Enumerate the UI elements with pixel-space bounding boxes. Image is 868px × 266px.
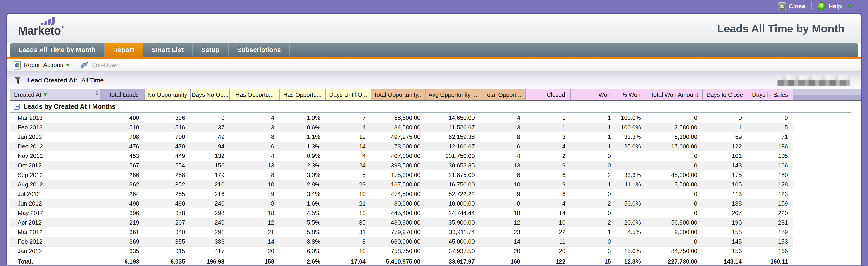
table-cell: 266: [100, 171, 145, 179]
table-cell: 84,750.00: [646, 248, 703, 255]
tab-report[interactable]: Report: [104, 43, 143, 57]
table-cell: 4: [480, 153, 526, 160]
table-cell: 220: [747, 210, 793, 217]
topbar-separator: [772, 2, 772, 10]
table-cell: 5: [747, 124, 793, 131]
table-cell: 4.5%: [280, 210, 326, 217]
table-cell: 398,500.00: [371, 162, 426, 169]
table-cell: 2: [571, 171, 616, 179]
table-cell: 20: [480, 248, 526, 255]
table-cell: 497,275.00: [371, 133, 426, 140]
help-button[interactable]: ? Help: [817, 2, 842, 10]
table-row-feb-2013: Feb 20135195163730.6%434,580.0011,526.67…: [9, 123, 793, 132]
table-cell: 59: [703, 133, 747, 140]
column-header-no-opportunity[interactable]: No Opportunity: [145, 89, 190, 100]
active-tab-accent-strip: [7, 57, 861, 59]
report-actions-button[interactable]: Report Actions: [13, 61, 70, 70]
table-cell: 3: [526, 133, 571, 140]
help-dropdown-icon[interactable]: [848, 4, 852, 8]
column-header-days-until-o[interactable]: Days Until O...: [326, 89, 371, 100]
table-cell: 24,744.44: [426, 210, 480, 217]
close-button[interactable]: × Close: [778, 2, 806, 10]
column-header-total-leads[interactable]: Total Leads: [100, 89, 145, 100]
column-header-label: Has Opportu...: [283, 91, 321, 98]
table-cell: 10: [480, 181, 526, 188]
column-header-has-opportu[interactable]: Has Opportu...: [280, 89, 326, 100]
table-row-mar-2013: Mar 2013400396941.0%758,600.0014,650.004…: [9, 113, 793, 123]
table-cell: 9: [230, 190, 280, 197]
column-header-total-opportunity[interactable]: Total Opportunity...: [371, 89, 426, 100]
table-cell: 630,000.00: [371, 238, 426, 245]
row-label: Sep 2012: [9, 171, 100, 179]
table-cell: 33.3%: [616, 171, 646, 179]
table-cell: 9: [480, 190, 526, 197]
table-cell: 1.6%: [280, 200, 326, 207]
column-header-label: Total Leads: [108, 91, 139, 98]
column-header-label: Total Opport...: [484, 91, 521, 98]
table-cell: 0: [646, 210, 703, 217]
column-header-created-at[interactable]: Created At: [9, 89, 100, 100]
filter-bar: Lead Created At: All Time: [7, 72, 861, 89]
drill-down-button[interactable]: Drill-Down: [80, 62, 120, 69]
table-cell: 8: [230, 133, 280, 140]
table-cell: 1: [571, 229, 616, 236]
column-header-total-won-amount[interactable]: Total Won Amount: [646, 89, 703, 100]
column-header-label: Days in Sales: [752, 91, 788, 98]
table-row-aug-2012: Aug 2012362352210102.8%23167,500.0016,75…: [9, 180, 793, 189]
table-cell: 10: [326, 190, 371, 197]
tab-smart-list[interactable]: Smart List: [143, 43, 192, 57]
table-cell: 9: [526, 181, 571, 188]
table-cell: 8: [326, 238, 371, 245]
column-header-label: Has Opportu...: [235, 91, 274, 98]
column-header-has-opportu[interactable]: Has Opportu...: [230, 89, 280, 100]
table-cell: 445,400.00: [371, 210, 426, 217]
table-cell: 18: [230, 210, 280, 217]
sort-descending-icon: [44, 94, 47, 96]
table-cell: 0: [703, 114, 747, 122]
column-header-closed[interactable]: Closed: [526, 89, 571, 100]
table-cell: 400: [100, 114, 145, 122]
table-cell: 207: [145, 219, 190, 226]
table-cell: 94: [190, 143, 230, 150]
table-cell: 33,817.97: [426, 258, 480, 265]
table-cell: 143.14: [703, 258, 747, 265]
column-header-won[interactable]: % Won: [616, 89, 646, 100]
tab-setup[interactable]: Setup: [192, 43, 228, 57]
table-cell: 17,000.00: [646, 143, 703, 150]
table-cell: 45,000.00: [646, 171, 703, 179]
table-cell: 13: [480, 162, 526, 169]
column-header-days-to-close[interactable]: Days to Close: [703, 89, 747, 100]
column-header-won[interactable]: Won: [571, 89, 616, 100]
close-icon: ×: [778, 2, 786, 10]
table-cell: 15: [571, 258, 616, 265]
column-header-days-in-sales[interactable]: Days in Sales: [747, 89, 793, 100]
column-grip-icon[interactable]: [95, 90, 98, 97]
tab-subscriptions[interactable]: Subscriptions: [228, 43, 290, 57]
table-cell: 4: [326, 153, 371, 160]
table-cell: 490: [145, 200, 190, 207]
table-cell: 159: [747, 200, 793, 207]
table-cell: 15.0%: [616, 248, 646, 255]
table-cell: 166: [747, 162, 793, 169]
table-cell: 101: [703, 153, 747, 160]
tab-leads-all-time-by-month[interactable]: Leads All Time by Month: [10, 43, 104, 57]
help-label: Help: [828, 3, 842, 10]
table-cell: 9,000.00: [646, 229, 703, 236]
table-cell: 396: [100, 210, 145, 217]
table-cell: 5.5%: [280, 219, 326, 226]
table-cell: 14: [326, 143, 371, 150]
table-cell: 1: [571, 114, 616, 122]
table-cell: 227,730.00: [646, 258, 703, 265]
table-cell: 123: [747, 190, 793, 197]
table-cell: 3: [480, 124, 526, 131]
column-header-days-no-op[interactable]: Days No Op...: [190, 89, 230, 100]
row-label: Oct 2012: [9, 162, 100, 169]
column-header-avg-opportunity[interactable]: Avg Opportunity ...: [426, 89, 480, 100]
collapse-group-icon[interactable]: [14, 104, 20, 110]
column-header-total-opport[interactable]: Total Opport...: [480, 89, 526, 100]
table-cell: 105: [747, 153, 793, 160]
table-cell: 3.4%: [280, 190, 326, 197]
table-cell: 369: [100, 238, 145, 245]
table-row-jan-2013: Jan 20137087004981.1%12497,275.0062,159.…: [9, 132, 793, 142]
table-cell: 21,875.00: [426, 171, 480, 179]
